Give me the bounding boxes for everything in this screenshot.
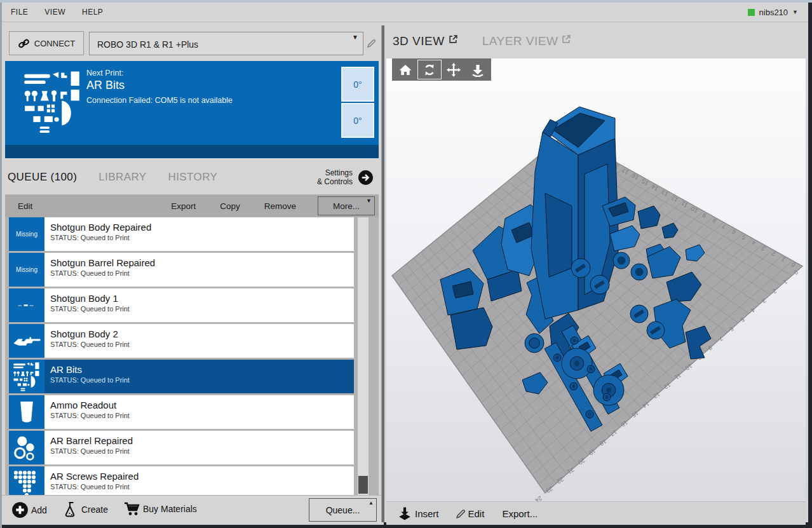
queue-item[interactable]: Shotgun Body 1 STATUS: Queued to Print <box>9 288 354 322</box>
3d-scene: 0123456789101112131415161718192021222324… <box>386 58 806 501</box>
connect-button[interactable]: CONNECT <box>9 31 84 55</box>
pop-out-icon <box>449 34 458 44</box>
pan-view-button[interactable] <box>442 60 465 79</box>
export-scene-button[interactable]: Export... <box>502 508 538 519</box>
remove-button[interactable]: Remove <box>264 201 296 211</box>
account-menu[interactable]: nibs210 ▼ <box>748 8 798 17</box>
menu-view[interactable]: VIEW <box>44 8 65 17</box>
queue-item-title: Ammo Readout <box>50 400 130 410</box>
queue-item[interactable]: Missing Shotgun Body Repaired STATUS: Qu… <box>9 217 354 251</box>
pop-out-icon <box>562 34 571 44</box>
more-button[interactable]: More... ▼ <box>318 196 375 215</box>
queue-item[interactable]: Ammo Readout STATUS: Queued to Print <box>9 395 354 429</box>
queue-item-title: Shotgun Body 1 <box>50 293 130 304</box>
next-print-label: Next Print: <box>86 69 233 78</box>
settings-controls-button[interactable]: Settings & Controls <box>317 168 374 187</box>
copy-button[interactable]: Copy <box>220 201 240 211</box>
arrow-down-icon <box>470 62 486 78</box>
3d-viewport[interactable]: 0123456789101112131415161718192021222324… <box>386 58 806 501</box>
queue-item-thumbnail <box>9 288 44 322</box>
queue-item-thumbnail: Missing <box>9 253 44 287</box>
settings-label-line1: Settings <box>317 168 353 177</box>
home-view-button[interactable] <box>394 60 417 79</box>
queue-item-thumbnail <box>9 466 44 495</box>
queue-scrollbar[interactable] <box>358 217 369 495</box>
queue-item[interactable]: Shotgun Body 2 STATUS: Queued to Print <box>9 324 354 358</box>
export-button[interactable]: Export <box>171 201 196 211</box>
menu-bar: FILE VIEW HELP nibs210 ▼ <box>2 3 808 22</box>
queue-item-status: STATUS: Queued to Print <box>50 341 130 348</box>
tab-history[interactable]: HISTORY <box>168 171 218 184</box>
insert-label: Insert <box>415 508 439 519</box>
settings-label-line2: & Controls <box>317 177 353 186</box>
tab-3d-view[interactable]: 3D VIEW <box>393 34 458 48</box>
account-name: nibs210 <box>759 8 788 17</box>
view-footer-bar: Insert Edit Export... <box>386 501 806 525</box>
rotate-view-button[interactable] <box>418 60 441 79</box>
queue-list: Missing Shotgun Body Repaired STATUS: Qu… <box>5 217 379 495</box>
create-label: Create <box>81 504 108 515</box>
library-tab-bar: QUEUE (100) LIBRARY HISTORY Settings & C… <box>8 163 379 192</box>
queue-item-status: STATUS: Queued to Print <box>50 447 133 455</box>
tab-layer-view-label: LAYER VIEW <box>482 34 558 48</box>
queue-item[interactable]: AR Barrel Repaired STATUS: Queued to Pri… <box>9 431 354 464</box>
queue-item[interactable]: AR Bits STATUS: Queued to Print <box>9 360 354 393</box>
tab-queue[interactable]: QUEUE (100) <box>8 171 77 184</box>
queue-footer-bar: Add Create Buy Materials Queue... ▲ <box>2 495 384 525</box>
svg-text:24: 24 <box>534 495 543 501</box>
queue-item[interactable]: AR Screws Repaired STATUS: Queued to Pri… <box>9 466 354 495</box>
insert-icon <box>396 506 413 522</box>
arrow-right-circle-icon <box>358 170 374 186</box>
edit-scene-label: Edit <box>468 508 485 519</box>
progress-bar <box>5 145 379 158</box>
queue-item-title: AR Barrel Repaired <box>50 435 133 446</box>
queue-menu-button[interactable]: Queue... ▲ <box>309 498 377 522</box>
connect-label: CONNECT <box>34 39 75 48</box>
insert-button[interactable]: Insert <box>396 506 439 522</box>
panel-divider[interactable] <box>381 25 384 522</box>
edit-button[interactable]: Edit <box>18 201 32 211</box>
edit-scene-button[interactable]: Edit <box>456 508 485 519</box>
pencil-icon <box>456 508 466 519</box>
create-button[interactable]: Create <box>64 501 108 518</box>
add-button[interactable]: Add <box>11 501 47 518</box>
queue-item-status: STATUS: Queued to Print <box>50 376 130 384</box>
queue-item[interactable]: Missing Shotgun Barrel Repaired STATUS: … <box>9 253 354 287</box>
queue-item-status: STATUS: Queued to Print <box>50 483 139 491</box>
queue-item-thumbnail: Missing <box>9 217 44 251</box>
tab-library[interactable]: LIBRARY <box>98 171 146 184</box>
queue-item-title: Shotgun Barrel Repaired <box>50 257 155 268</box>
chevron-down-icon: ▼ <box>366 198 372 204</box>
link-icon <box>18 37 30 50</box>
flask-icon <box>64 501 79 518</box>
app-window: FILE VIEW HELP nibs210 ▼ CONNECT ROBO 3D… <box>0 0 812 528</box>
view-tab-bar: 3D VIEW LAYER VIEW <box>393 34 571 48</box>
next-print-job-name: AR Bits <box>86 79 233 92</box>
tab-3d-view-label: 3D VIEW <box>393 34 445 48</box>
queue-menu-label: Queue... <box>326 505 360 515</box>
chevron-up-icon: ▲ <box>369 500 374 506</box>
more-label: More... <box>333 201 360 211</box>
online-status-icon <box>748 9 755 16</box>
bed-temperature[interactable]: 0° <box>341 103 374 138</box>
shopping-cart-icon <box>124 501 140 517</box>
buy-materials-button[interactable]: Buy Materials <box>124 501 197 517</box>
extruder-temperature[interactable]: 0° <box>341 67 374 102</box>
edit-printer-pencil-icon[interactable] <box>367 38 377 48</box>
queue-item-thumbnail <box>9 324 44 358</box>
printer-select[interactable]: ROBO 3D R1 & R1 +Plus ▼ <box>89 32 363 55</box>
queue-item-title: Shotgun Body Repaired <box>50 222 151 233</box>
queue-item-title: Shotgun Body 2 <box>50 328 130 339</box>
menu-help[interactable]: HELP <box>82 8 103 17</box>
add-label: Add <box>31 505 47 515</box>
view-toolbar <box>392 58 491 81</box>
queue-item-status: STATUS: Queued to Print <box>50 234 151 241</box>
queue-item-status: STATUS: Queued to Print <box>50 269 155 277</box>
buy-materials-label: Buy Materials <box>143 504 197 514</box>
menu-file[interactable]: FILE <box>11 8 28 17</box>
scrollbar-thumb[interactable] <box>358 476 368 494</box>
move-icon <box>445 62 462 78</box>
tab-layer-view[interactable]: LAYER VIEW <box>482 34 572 48</box>
queue-edit-bar: Edit Export Copy Remove More... ▼ <box>5 194 379 217</box>
drop-to-bed-button[interactable] <box>466 60 489 79</box>
